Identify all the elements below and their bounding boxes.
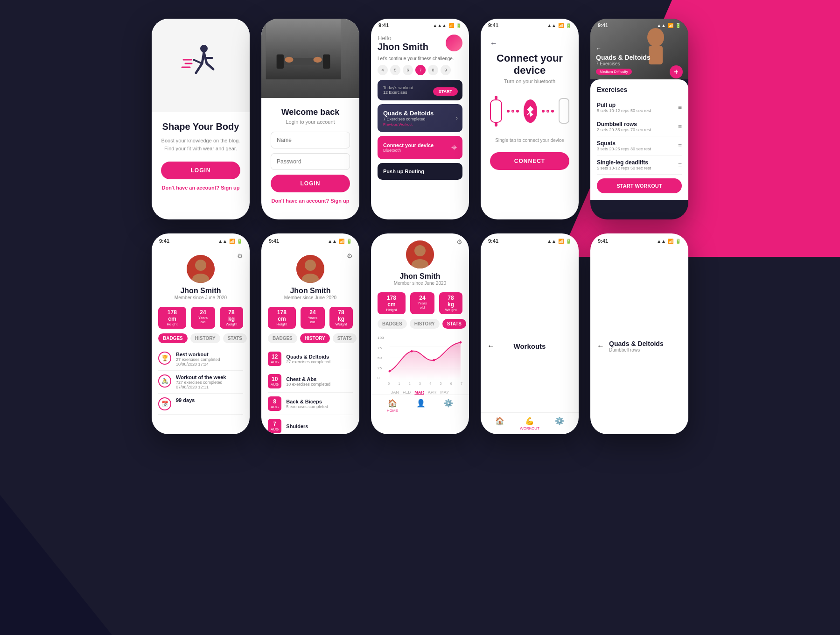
user-name: Jhon Smith <box>378 42 428 52</box>
login-title: Welcome back <box>271 107 350 117</box>
nav-settings-9[interactable]: ⚙️ <box>555 416 564 430</box>
connect-dots-2 <box>542 110 554 113</box>
exercise-item-dumbbell[interactable]: Dumbbell rows 2 sets 29-35 reps 70 sec r… <box>597 117 682 136</box>
ex-meta: 5 sets 10-12 reps 50 sec rest <box>597 108 651 113</box>
nav-profile-8[interactable]: 👤 <box>416 399 426 413</box>
month-jan[interactable]: JAN <box>391 390 399 395</box>
connect-title: Connect your device <box>490 52 569 77</box>
day-8[interactable]: 8 <box>428 65 438 75</box>
dashboard-header: Hello Jhon Smith <box>378 35 462 52</box>
tab-badges-7[interactable]: BADGES <box>268 333 297 343</box>
start-button[interactable]: START <box>433 87 458 96</box>
month-feb[interactable]: FEB <box>403 390 411 395</box>
onboarding-content: Shape Your Body Boost your knowledge on … <box>152 112 250 200</box>
back-btn-10[interactable]: ← <box>597 342 604 350</box>
menu-icon-3[interactable]: ≡ <box>678 142 682 149</box>
svg-point-9 <box>285 57 293 63</box>
timer-title-block: Quads & Deltoids Dumbbell rows <box>609 340 664 353</box>
badge-info-1: Best workout 27 exercises completed 10/0… <box>176 352 220 367</box>
nav-settings-8[interactable]: ⚙️ <box>444 399 453 413</box>
tab-history-7[interactable]: HISTORY <box>300 333 330 343</box>
month-may[interactable]: MAY <box>440 390 449 395</box>
profile-avatar-7 <box>296 255 324 283</box>
profile-avatar-8 <box>406 240 434 268</box>
bike-icon: 🚴 <box>158 374 171 388</box>
pushup-card[interactable]: Push up Routing <box>378 163 462 180</box>
tab-stats-7[interactable]: STATS <box>333 333 357 343</box>
bottom-nav-9: 🏠 💪 WORKOUT ⚙️ <box>481 412 579 434</box>
stat-weight-8: 78 kg Weight <box>439 292 462 314</box>
connect-device-card[interactable]: Connect your device Bluetooth ⌖ <box>378 136 462 159</box>
day-dots: 4 5 6 7 8 9 <box>378 65 462 75</box>
nav-workout-9[interactable]: 💪 WORKOUT <box>520 416 539 430</box>
dot5 <box>546 110 549 113</box>
name-input[interactable] <box>271 132 350 148</box>
greeting-block: Hello Jhon Smith <box>378 35 428 52</box>
menu-icon-2[interactable]: ≡ <box>678 123 682 130</box>
exercise-item-pullup[interactable]: Pull up 5 sets 10-12 reps 50 sec rest ≡ <box>597 98 682 117</box>
date-badge-2: 10 AUG <box>268 374 281 388</box>
quads-card[interactable]: Quads & Deltoids 7 Exercises completed P… <box>378 104 462 132</box>
day-7[interactable]: 7 <box>415 65 426 75</box>
exercise-item-deadlifts[interactable]: Single-leg deadlifts 5 sets 10-12 reps 5… <box>597 155 682 175</box>
back-btn-9[interactable]: ← <box>487 342 495 350</box>
status-bar-9: 9:41 ▲▲📶🔋 <box>481 233 579 246</box>
screen-workouts: 9:41 ▲▲📶🔋 ← Workouts Quads & Deltoids 7 … <box>481 233 579 434</box>
tab-row-6: BADGES HISTORY STATS <box>152 333 250 343</box>
ex-name: Pull up <box>597 102 651 108</box>
menu-icon-4[interactable]: ≡ <box>678 161 682 169</box>
month-apr[interactable]: APR <box>428 390 437 395</box>
stat-weight-7: 78 kg Weight <box>329 307 353 329</box>
login-content: Welcome back Login to your account LOGIN… <box>261 98 359 213</box>
plus-button[interactable]: + <box>670 65 683 78</box>
day-4[interactable]: 4 <box>378 65 388 75</box>
svg-point-17 <box>195 260 206 271</box>
settings-icon[interactable]: ⚙ <box>237 252 243 260</box>
svg-point-33 <box>460 341 462 344</box>
connect-button[interactable]: CONNECT <box>490 152 569 170</box>
exercise-item-squats[interactable]: Squats 3 sets 20-25 reps 30 sec rest ≡ <box>597 136 682 155</box>
connect-title: Connect your device <box>383 142 434 148</box>
connect-subtitle: Turn on your bluetooth <box>490 78 569 84</box>
tab-history-8[interactable]: HISTORY <box>410 319 440 329</box>
tab-history[interactable]: HISTORY <box>190 333 220 343</box>
connect-sub: Bluetooth <box>383 148 434 153</box>
login-button[interactable]: LOGIN <box>161 162 240 179</box>
profile-name-6: Jhon Smith <box>158 287 243 295</box>
exercise-count: 7 Exercises <box>596 61 651 66</box>
chevron-right-icon: › <box>456 115 458 121</box>
stat-height-7: 178 cm Height <box>268 307 296 329</box>
day-5[interactable]: 5 <box>390 65 400 75</box>
tab-badges-8[interactable]: BADGES <box>378 319 407 329</box>
password-input[interactable] <box>271 153 350 170</box>
start-workout-button[interactable]: START WORKOUT <box>597 178 682 193</box>
settings-icon-7[interactable]: ⚙ <box>347 252 353 260</box>
profile-since-8: Member since June 2020 <box>378 281 462 286</box>
month-mar[interactable]: MAR <box>414 390 424 395</box>
day-9[interactable]: 9 <box>441 65 451 75</box>
menu-icon[interactable]: ≡ <box>678 104 682 111</box>
badge-days: 📅 99 days <box>158 394 243 415</box>
signup-text: Don't have an account? Sign up <box>161 185 240 190</box>
chart-y-axis: 100 75 50 25 0 <box>378 336 385 387</box>
todays-workout-card[interactable]: Today's workout 12 Exercises START <box>378 80 462 100</box>
login-subtitle: Login to your account <box>271 119 350 125</box>
signup-text-2: Don't have an account? Sign up <box>271 198 350 204</box>
chart-container: 100 75 50 25 0 <box>371 333 469 395</box>
tab-stats[interactable]: STATS <box>223 333 247 343</box>
tab-badges[interactable]: BADGES <box>158 333 188 343</box>
back-btn-5[interactable]: ← <box>596 45 651 52</box>
back-button[interactable]: ← <box>490 39 569 48</box>
device-illustration <box>490 98 569 124</box>
nav-home-8[interactable]: 🏠 HOME <box>387 399 398 413</box>
bluetooth-icon: ⌖ <box>451 141 457 154</box>
tab-stats-8[interactable]: STATS <box>442 319 466 329</box>
ex-name-2: Dumbbell rows <box>597 121 651 127</box>
screen-connect: 9:41 ▲▲📶🔋 ← Connect your device Turn on … <box>481 19 579 219</box>
svg-point-31 <box>411 350 413 353</box>
day-6[interactable]: 6 <box>403 65 413 75</box>
history-item-3: 8 AUG Back & Biceps 5 exercises complete… <box>268 393 353 415</box>
svg-point-10 <box>313 57 322 63</box>
nav-home-9[interactable]: 🏠 <box>495 416 504 430</box>
login-submit-button[interactable]: LOGIN <box>271 175 350 192</box>
